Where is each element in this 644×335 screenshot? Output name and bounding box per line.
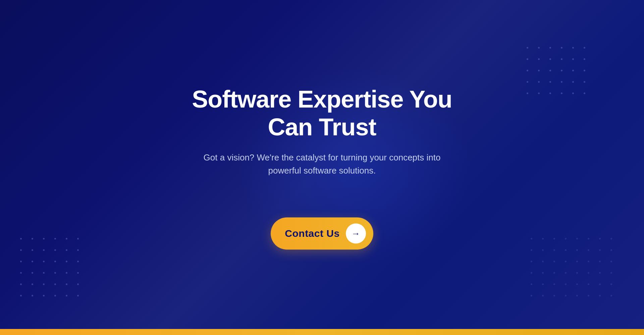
dot-grid-bottom-left <box>20 238 84 302</box>
dot-grid-top-right <box>527 47 590 99</box>
hero-section: Software Expertise You Can Trust Got a v… <box>0 0 644 335</box>
cta-button-label: Contact Us <box>285 228 339 239</box>
hero-title: Software Expertise You Can Trust <box>168 85 476 141</box>
content-wrapper: Software Expertise You Can Trust Got a v… <box>154 85 490 250</box>
contact-us-button[interactable]: Contact Us → <box>271 217 373 250</box>
dot-grid-bottom-right <box>531 238 617 302</box>
arrow-right-icon: → <box>352 229 360 238</box>
gold-bottom-bar <box>0 329 644 335</box>
cta-arrow-circle: → <box>346 223 366 244</box>
hero-subtitle: Got a vision? We're the catalyst for tur… <box>191 151 453 177</box>
